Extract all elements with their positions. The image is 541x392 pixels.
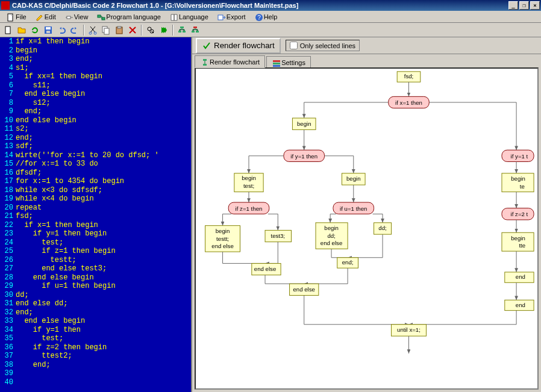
menu-language[interactable]: Language [166, 11, 212, 22]
line-number: 2 [0, 46, 13, 55]
svg-rect-7 [5, 26, 10, 34]
render-toolbar: Render flowchart Only selected lines [192, 37, 541, 54]
code-line[interactable]: s2; [16, 125, 159, 134]
svg-text:begin: begin [511, 235, 525, 241]
close-button[interactable]: × [530, 1, 540, 10]
tab-settings[interactable]: Settings [266, 56, 311, 68]
code-line[interactable]: s12; [16, 99, 159, 108]
redo-button[interactable] [69, 24, 81, 36]
code-line[interactable]: testt; [16, 256, 159, 265]
delete-button[interactable] [127, 24, 139, 36]
cut-button[interactable] [87, 24, 99, 36]
line-number: 14 [0, 151, 13, 160]
code-line[interactable]: end; [16, 55, 159, 64]
line-number: 24 [0, 238, 13, 247]
code-line[interactable]: end else dd; [16, 299, 159, 308]
reload-button[interactable] [29, 24, 41, 36]
svg-text:if z=2 t: if z=2 t [511, 211, 528, 217]
code-line[interactable]: end else begin [16, 90, 159, 99]
paste-button[interactable] [113, 24, 125, 36]
code-line[interactable]: while x<4 do begin [16, 194, 159, 204]
code-line[interactable]: if z=2 then begin [16, 343, 159, 352]
menu-export[interactable]: Export [213, 11, 249, 22]
render-flowchart-button[interactable]: Render flowchart [196, 38, 281, 54]
line-number: 35 [0, 334, 13, 343]
svg-rect-9 [46, 27, 51, 30]
code-line[interactable]: while x<3 do sdfsdf; [16, 186, 159, 195]
svg-rect-29 [273, 65, 280, 67]
copy-button[interactable] [100, 24, 112, 36]
code-line[interactable]: ttest2; [16, 352, 159, 361]
code-line[interactable]: if u=1 then begin [16, 282, 159, 291]
code-line[interactable]: //for x:=1 to 33 do [16, 160, 159, 169]
code-line[interactable]: if z=1 then begin [16, 247, 159, 256]
svg-text:begin: begin [297, 120, 311, 127]
code-line[interactable]: wirte(''for x:=1 to 20 do dfsd; ' [16, 151, 159, 160]
menu-edit[interactable]: Edit [31, 11, 60, 22]
line-number-gutter: 1234567891011121314151617181920212223242… [0, 37, 14, 387]
code-line[interactable]: test; [16, 334, 159, 343]
code-line[interactable]: end; [16, 361, 159, 370]
find-next-button[interactable] [158, 24, 170, 36]
only-selected-checkbox[interactable] [290, 42, 298, 49]
svg-text:?: ? [257, 14, 261, 21]
line-number: 34 [0, 326, 13, 335]
flowchart-button[interactable] [176, 24, 188, 36]
line-number: 15 [0, 160, 13, 169]
new-button[interactable] [2, 24, 14, 36]
flowchart-canvas[interactable]: fsd; if x=1 then begin if y=1 then beg [195, 67, 539, 390]
open-button[interactable] [16, 24, 28, 36]
code-line[interactable]: for x:=1 to 4354 do begin [16, 177, 159, 186]
code-text[interactable]: if x=1 then beginbeginend;s1; if xx=1 th… [16, 37, 159, 369]
restore-button[interactable]: ❐ [519, 1, 529, 10]
code-line[interactable]: repeat [16, 204, 159, 213]
code-line[interactable]: end else begin [16, 116, 159, 125]
code-line[interactable]: end else begin [16, 273, 159, 282]
flowchart-svg: fsd; if x=1 then begin if y=1 then beg [196, 69, 537, 388]
render-button-label: Render flowchart [214, 41, 275, 50]
code-line[interactable]: dd; [16, 291, 159, 300]
code-line[interactable]: begin [16, 46, 159, 55]
code-line[interactable]: if x=1 then begin [16, 221, 159, 230]
line-number: 38 [0, 361, 13, 370]
only-selected-checkbox-wrap[interactable]: Only selected lines [286, 40, 360, 51]
svg-rect-4 [218, 15, 223, 20]
code-line[interactable]: if y=1 then [16, 326, 159, 335]
line-number: 26 [0, 256, 13, 265]
code-line[interactable]: fsd; [16, 212, 159, 221]
code-line[interactable]: end; [16, 107, 159, 116]
flowchart-selected-button[interactable] [189, 24, 201, 36]
save-button[interactable] [42, 24, 54, 36]
menu-program-language[interactable]: Program language [93, 11, 164, 22]
undo-button[interactable] [55, 24, 67, 36]
code-line[interactable]: end; [16, 308, 159, 317]
code-line[interactable]: s11; [16, 81, 159, 90]
menu-help[interactable]: ? Help [251, 11, 281, 22]
code-line[interactable]: dfsdf; [16, 169, 159, 178]
svg-rect-1 [67, 16, 70, 19]
menu-file[interactable]: File [2, 11, 30, 22]
minimize-button[interactable]: _ [508, 1, 518, 10]
code-line[interactable]: if x=1 then begin [16, 37, 159, 46]
line-number: 27 [0, 264, 13, 273]
code-line[interactable]: sdf; [16, 142, 159, 151]
svg-text:begin: begin [242, 175, 256, 181]
menu-view[interactable]: View [61, 11, 92, 22]
code-line[interactable]: end; [16, 134, 159, 143]
code-line[interactable]: s1; [16, 64, 159, 73]
svg-rect-28 [273, 63, 280, 64]
code-line[interactable]: if xx=1 then begin [16, 72, 159, 81]
tab-render-flowchart[interactable]: Render flowchart [195, 55, 265, 68]
svg-rect-14 [104, 28, 109, 34]
code-line[interactable]: end else test3; [16, 264, 159, 273]
svg-text:end: end [516, 273, 525, 280]
code-line[interactable]: test; [16, 238, 159, 247]
code-line[interactable]: if y=1 then begin [16, 229, 159, 238]
window-buttons: _ ❐ × [508, 1, 540, 10]
svg-rect-25 [203, 59, 207, 61]
toolbar-separator [172, 25, 174, 36]
code-line[interactable]: end else begin [16, 317, 159, 326]
code-editor[interactable]: 1234567891011121314151617181920212223242… [0, 37, 191, 392]
find-button[interactable] [145, 24, 157, 36]
svg-text:if y=1 t: if y=1 t [511, 153, 528, 160]
